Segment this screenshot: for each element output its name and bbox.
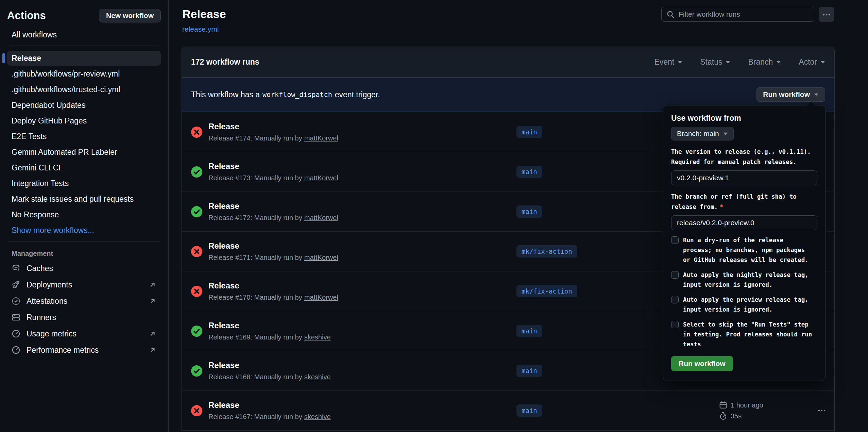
- workflow-file-link[interactable]: release.yml: [182, 25, 219, 33]
- sidebar-divider: [8, 46, 159, 46]
- sidebar-item-deploy-github-pages[interactable]: Deploy GitHub Pages: [7, 113, 161, 128]
- sidebar-title: Actions: [7, 10, 46, 22]
- filter-label: Status: [700, 57, 722, 67]
- branch-chip[interactable]: main: [516, 404, 542, 417]
- run-title-link[interactable]: Release: [208, 281, 338, 290]
- sidebar-item-attestations[interactable]: Attestations: [7, 293, 161, 309]
- filter-branch-dropdown[interactable]: Branch: [748, 57, 781, 67]
- chevron-down-icon: [776, 61, 781, 64]
- kebab-icon: [817, 406, 826, 415]
- run-actor-link[interactable]: mattKorwel: [304, 174, 338, 182]
- sidebar-item-label: Deployments: [27, 280, 72, 289]
- run-title-link[interactable]: Release: [208, 361, 331, 370]
- sidebar-item-deployments[interactable]: Deployments: [7, 277, 161, 293]
- run-title-link[interactable]: Release: [208, 321, 331, 330]
- filter-label: Event: [654, 57, 674, 67]
- run-workflow-submit-button[interactable]: Run workflow: [671, 356, 733, 371]
- branch-chip[interactable]: mk/fix-action: [516, 285, 577, 297]
- sidebar-item-mark-stale[interactable]: Mark stale issues and pull requests: [7, 192, 161, 206]
- chevron-down-icon: [726, 61, 730, 64]
- branch-chip[interactable]: main: [516, 126, 542, 138]
- run-description: Release #167: Manually run by: [208, 413, 302, 420]
- run-title-link[interactable]: Release: [208, 400, 331, 410]
- sidebar-item-pr-review[interactable]: .github/workflows/pr-review.yml: [7, 66, 161, 81]
- sidebar-item-integration-tests[interactable]: Integration Tests: [7, 176, 161, 191]
- branch-chip[interactable]: main: [516, 166, 542, 178]
- run-actor-link[interactable]: mattKorwel: [304, 254, 338, 261]
- run-description: Release #169: Manually run by: [208, 333, 302, 341]
- nightly-tag-checkbox-label[interactable]: Auto apply the nightly release tag, inpu…: [683, 270, 814, 290]
- run-description: Release #170: Manually run by: [208, 294, 302, 301]
- run-workflow-dialog: Use workflow from Branch: main The versi…: [663, 105, 826, 381]
- run-description: Release #172: Manually run by: [208, 214, 302, 221]
- sidebar-item-runners[interactable]: Runners: [7, 309, 161, 326]
- branch-chip[interactable]: mk/fix-action: [516, 245, 577, 257]
- dry-run-checkbox[interactable]: [671, 236, 679, 244]
- search-icon: [666, 10, 675, 18]
- run-title-link[interactable]: Release: [208, 122, 338, 131]
- nightly-tag-checkbox[interactable]: [671, 271, 679, 279]
- run-workflow-label: Run workflow: [763, 90, 810, 99]
- success-icon: [191, 206, 202, 217]
- sidebar-item-usage-metrics[interactable]: Usage metrics: [7, 326, 161, 342]
- run-workflow-dropdown-button[interactable]: Run workflow: [756, 87, 825, 102]
- filter-workflow-runs-input[interactable]: [679, 10, 809, 18]
- runs-count: 172 workflow runs: [191, 57, 259, 67]
- nightly-tag-checkbox-row: Auto apply the nightly release tag, inpu…: [671, 270, 817, 290]
- run-description: Release #174: Manually run by: [208, 134, 302, 142]
- management-section-label: Management: [12, 250, 161, 257]
- run-dialog-title: Use workflow from: [671, 114, 817, 123]
- version-input[interactable]: [671, 170, 817, 185]
- ref-field-description: The branch or ref (full git sha) to rele…: [671, 192, 817, 212]
- run-actor-link[interactable]: mattKorwel: [304, 294, 338, 301]
- failure-icon: [191, 246, 202, 257]
- filter-label: Branch: [748, 57, 773, 67]
- sidebar-item-trusted-ci[interactable]: .github/workflows/trusted-ci.yml: [7, 82, 161, 97]
- run-title-link[interactable]: Release: [208, 241, 338, 251]
- run-description: Release #171: Manually run by: [208, 254, 302, 261]
- run-actor-link[interactable]: mattKorwel: [304, 214, 338, 221]
- branch-chip[interactable]: main: [516, 205, 542, 218]
- preview-tag-checkbox[interactable]: [671, 296, 679, 303]
- sidebar-item-gemini-pr-labeler[interactable]: Gemini Automated PR Labeler: [7, 145, 161, 160]
- ref-input[interactable]: [671, 215, 817, 230]
- sidebar-item-caches[interactable]: Caches: [7, 260, 161, 277]
- workflow-run-row[interactable]: Release Release #167: Manually run byske…: [182, 391, 834, 430]
- page-kebab-button[interactable]: [819, 7, 834, 22]
- run-title-link[interactable]: Release: [208, 201, 338, 211]
- preview-tag-checkbox-label[interactable]: Auto apply the preview release tag, inpu…: [683, 295, 814, 315]
- run-actor-link[interactable]: skeshive: [304, 373, 331, 381]
- skip-tests-checkbox-label[interactable]: Select to skip the "Run Tests" step in t…: [683, 320, 814, 349]
- run-actor-link[interactable]: skeshive: [304, 413, 331, 420]
- sidebar-item-e2e-tests[interactable]: E2E Tests: [7, 129, 161, 144]
- dry-run-checkbox-label[interactable]: Run a dry-run of the release process; no…: [683, 235, 814, 265]
- filter-status-dropdown[interactable]: Status: [700, 57, 730, 67]
- calendar-icon: [719, 401, 727, 409]
- run-time-ago: 1 hour ago: [731, 401, 763, 409]
- run-kebab-button[interactable]: [812, 403, 832, 418]
- filter-workflow-runs-box: [661, 7, 814, 22]
- filter-actor-dropdown[interactable]: Actor: [799, 57, 825, 67]
- show-more-workflows-link[interactable]: Show more workflows...: [7, 223, 161, 238]
- branch-chip[interactable]: main: [516, 365, 542, 377]
- sidebar-item-label: Performance metrics: [27, 346, 99, 355]
- run-actor-link[interactable]: skeshive: [304, 333, 331, 341]
- sidebar-item-no-response[interactable]: No Response: [7, 207, 161, 222]
- new-workflow-button[interactable]: New workflow: [99, 9, 161, 22]
- filter-event-dropdown[interactable]: Event: [654, 57, 682, 67]
- run-actor-link[interactable]: mattKorwel: [304, 134, 338, 142]
- verified-icon: [12, 297, 20, 305]
- failure-icon: [191, 127, 202, 138]
- sidebar-item-performance-metrics[interactable]: Performance metrics: [7, 342, 161, 358]
- branch-chip[interactable]: main: [516, 325, 542, 337]
- sidebar-item-gemini-cli-ci[interactable]: Gemini CLI CI: [7, 160, 161, 175]
- run-title-link[interactable]: Release: [208, 162, 338, 171]
- sidebar-item-all-workflows[interactable]: All workflows: [7, 27, 161, 42]
- success-icon: [191, 166, 202, 178]
- server-icon: [12, 313, 20, 322]
- branch-selector-button[interactable]: Branch: main: [671, 127, 734, 140]
- sidebar-item-dependabot-updates[interactable]: Dependabot Updates: [7, 98, 161, 113]
- skip-tests-checkbox[interactable]: [671, 321, 679, 328]
- page-title: Release: [182, 7, 226, 21]
- sidebar-item-release[interactable]: Release: [7, 51, 161, 66]
